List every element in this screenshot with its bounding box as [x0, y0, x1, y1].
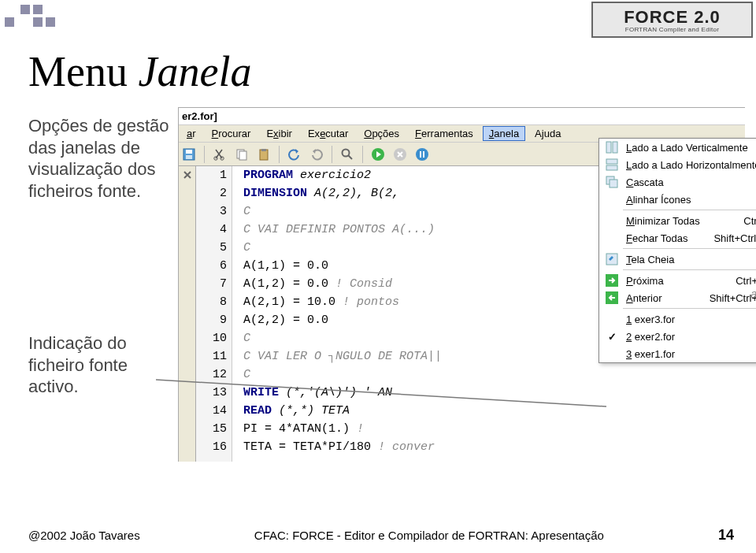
menu-item-label: Lado a Lado Horizontalmente	[624, 159, 756, 171]
line-number-gutter: 12345678910111213141516	[196, 166, 232, 462]
blank-icon	[602, 229, 621, 247]
check-icon: ✓	[602, 328, 621, 345]
menu-item-alinhar-cones[interactable]: Alinhar Ícones	[599, 191, 756, 208]
menu-item-shortcut: Ctrl+Tab	[729, 275, 756, 287]
svg-rect-14	[420, 151, 421, 158]
undo-icon[interactable]	[286, 146, 303, 163]
line-number: 6	[196, 257, 227, 275]
menu-item-anterior[interactable]: AnteriorShift+Ctrl+Tab	[599, 289, 756, 306]
line-number: 10	[196, 329, 227, 347]
logo-main-text: FORCE 2.0	[624, 7, 721, 28]
blank-icon	[602, 212, 621, 229]
menu-item-janela[interactable]: Janela	[483, 126, 525, 141]
footer-author: @2002 João Tavares	[28, 529, 140, 542]
stop-icon[interactable]	[391, 146, 409, 163]
force-logo: FORCE 2.0 FORTRAN Compiler and Editor	[591, 2, 753, 38]
janela-menu-dropdown[interactable]: Lado a Lado VerticalmenteLado a Lado Hor…	[598, 138, 756, 363]
menu-separator	[623, 210, 756, 210]
svg-rect-20	[606, 159, 617, 164]
fullscreen-icon	[602, 251, 621, 268]
slide-title-italic: Janela	[138, 48, 251, 95]
line-number: 4	[196, 221, 227, 239]
cut-icon[interactable]	[211, 146, 228, 163]
menu-item-executar[interactable]: Executar	[302, 126, 354, 141]
menu-item-label: 2 exer2.for	[624, 331, 756, 343]
menu-item-shortcut: Ctrl+M	[737, 215, 756, 227]
code-line[interactable]: PI = 4*ATAN(1.) !	[243, 420, 745, 438]
menu-item-ferramentas[interactable]: Ferramentas	[409, 126, 480, 141]
blank-icon	[602, 345, 621, 362]
blank-icon	[602, 310, 621, 328]
svg-rect-19	[613, 142, 617, 153]
menu-item-label: Fechar Todas	[624, 232, 707, 244]
line-number: 13	[196, 384, 227, 402]
toolbar-separator	[332, 146, 332, 163]
menu-item-exibir[interactable]: Exibir	[260, 126, 298, 141]
paste-icon[interactable]	[255, 146, 272, 163]
code-line[interactable]: C	[243, 366, 745, 384]
svg-rect-23	[610, 180, 617, 187]
menu-item-label: Cascata	[624, 176, 756, 188]
clipped-editor-text: a	[750, 288, 756, 302]
svg-rect-21	[606, 165, 617, 170]
cascade-icon	[602, 173, 621, 191]
menu-separator	[623, 269, 756, 270]
menu-item-minimizar-todas[interactable]: Minimizar TodasCtrl+M	[599, 212, 756, 229]
tile-v-icon	[602, 139, 621, 156]
menu-item-shortcut: Shift+Ctrl+F4	[707, 232, 756, 244]
menu-separator	[623, 308, 756, 309]
svg-rect-18	[606, 142, 611, 153]
menu-item-lado-a-lado-verticalmente[interactable]: Lado a Lado Verticalmente	[599, 139, 756, 156]
window-title-fragment: er2.for]	[179, 108, 745, 125]
menu-item-label: Anterior	[624, 292, 703, 304]
menu-item-procurar[interactable]: Procurar	[206, 126, 258, 141]
slide-footer: @2002 João Tavares CFAC: FORCE - Editor …	[28, 527, 734, 544]
pause-icon[interactable]	[413, 146, 431, 163]
menu-item-opções[interactable]: Opções	[358, 126, 406, 141]
menu-item-label: 3 exer1.for	[624, 348, 756, 360]
copy-icon[interactable]	[233, 146, 250, 163]
description-2: Indicação do ficheiro fonte activo.	[28, 332, 174, 398]
menu-item-label: Alinhar Ícones	[624, 194, 756, 206]
svg-rect-6	[239, 151, 246, 160]
search-icon[interactable]	[339, 146, 356, 163]
line-number: 7	[196, 275, 227, 293]
menu-item-shortcut: F12	[750, 254, 756, 265]
line-number: 5	[196, 239, 227, 257]
side-panel-close[interactable]	[179, 166, 196, 462]
code-line[interactable]: TETA = TETA*PI/180 ! conver	[243, 438, 745, 456]
svg-point-13	[416, 148, 428, 161]
menu-item-tela-cheia[interactable]: Tela CheiaF12	[599, 251, 756, 268]
menu-item-1-exer3-for[interactable]: 1 exer3.for	[599, 310, 756, 328]
prev-icon	[602, 289, 621, 306]
menu-item-2-exer2-for[interactable]: ✓2 exer2.for	[599, 328, 756, 345]
toolbar-separator	[362, 146, 363, 163]
menu-item-ar[interactable]: ar	[180, 126, 202, 141]
slide-deco-squares	[5, 5, 76, 28]
svg-rect-1	[186, 150, 192, 154]
menu-item-ajuda[interactable]: Ajuda	[528, 126, 567, 141]
menu-item-label: Lado a Lado Verticalmente	[624, 142, 756, 154]
description-1: Opções de gestão das janelas de visualiz…	[28, 115, 174, 202]
toolbar-separator	[204, 146, 205, 163]
code-line[interactable]: WRITE (*,'(A\)') ' AN	[243, 384, 745, 402]
run-icon[interactable]	[369, 146, 387, 163]
blank-icon	[602, 191, 621, 208]
slide-title-plain: Menu	[28, 48, 138, 95]
line-number: 12	[196, 366, 227, 384]
redo-icon[interactable]	[308, 146, 325, 163]
menu-item-3-exer1-for[interactable]: 3 exer1.for	[599, 345, 756, 362]
menu-item-cascata[interactable]: Cascata	[599, 173, 756, 191]
line-number: 8	[196, 293, 227, 311]
menu-item-lado-a-lado-horizontalmente[interactable]: Lado a Lado Horizontalmente	[599, 156, 756, 173]
line-number: 11	[196, 347, 227, 366]
svg-line-10	[348, 155, 352, 159]
menu-item-label: Próxima	[624, 275, 729, 287]
menu-item-pr-xima[interactable]: PróximaCtrl+Tab	[599, 272, 756, 289]
svg-rect-15	[423, 151, 424, 158]
menu-item-fechar-todas[interactable]: Fechar TodasShift+Ctrl+F4	[599, 229, 756, 247]
menu-item-label: 1 exer3.for	[624, 314, 756, 325]
code-line[interactable]: READ (*,*) TETA	[243, 402, 745, 420]
save-icon[interactable]	[180, 146, 198, 163]
slide-title: Menu Janela	[28, 47, 251, 96]
